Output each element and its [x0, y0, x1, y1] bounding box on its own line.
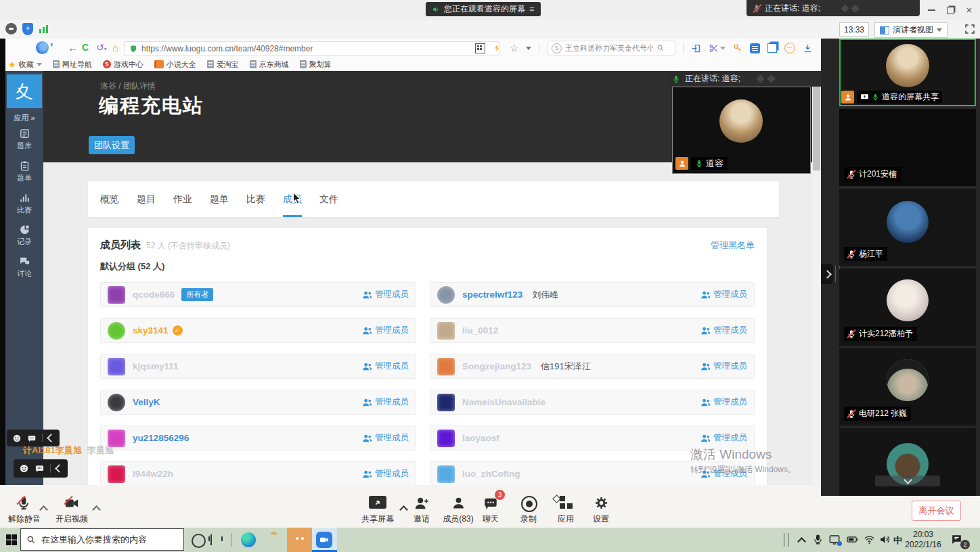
participant-tile[interactable]: 电研212 张巍: [839, 348, 976, 426]
sidebar-apps-label[interactable]: 应用 »: [5, 113, 43, 123]
member-username[interactable]: liu_0012: [462, 325, 498, 336]
member-username[interactable]: laoyaosf: [462, 433, 499, 443]
cortana-icon[interactable]: [192, 534, 206, 548]
scrollbar[interactable]: [812, 71, 821, 485]
qr-code-icon[interactable]: [475, 43, 485, 53]
camera-options-chevron[interactable]: [92, 505, 101, 514]
manage-members-link[interactable]: 管理成员: [362, 432, 409, 444]
watching-banner[interactable]: 您正在观看道容的屏幕 ≡: [426, 2, 541, 16]
team-settings-button[interactable]: 团队设置: [89, 136, 135, 154]
chat-bubble-icon[interactable]: [35, 463, 45, 474]
mic-options-chevron[interactable]: [39, 505, 48, 514]
scissors-icon[interactable]: [709, 43, 726, 53]
member-username[interactable]: VellyK: [133, 397, 160, 407]
member-username[interactable]: NameisUnavailable: [462, 397, 545, 407]
refresh-icon[interactable]: C: [82, 42, 89, 53]
download-icon[interactable]: [803, 43, 813, 53]
bookmark-favorites[interactable]: ★收藏: [8, 60, 42, 70]
member-username[interactable]: yu212856296: [133, 433, 189, 443]
restore-button[interactable]: [941, 0, 960, 20]
tab-problems[interactable]: 题目: [137, 181, 156, 217]
manage-blacklist-link[interactable]: 管理黑名单: [711, 239, 755, 252]
sidebar-collapse-button[interactable]: [821, 264, 833, 284]
taskbar-search-input[interactable]: 在这里输入你要搜索的内容: [20, 528, 184, 551]
start-button[interactable]: [6, 534, 17, 545]
tray-wifi-icon[interactable]: [864, 534, 875, 545]
bookmark-item[interactable]: S游戏中心: [103, 60, 143, 70]
shield-plus-icon[interactable]: +: [22, 23, 33, 35]
tray-battery-icon[interactable]: [846, 534, 859, 545]
chevron-down-icon[interactable]: [526, 47, 531, 50]
sidebar-item-problemlist[interactable]: 题单: [5, 160, 43, 183]
signal-bars-icon[interactable]: [39, 25, 48, 33]
collapse-tiles-button[interactable]: [875, 476, 940, 486]
participant-tile[interactable]: 计实212潘柏予: [839, 269, 976, 346]
minimize-button[interactable]: [922, 0, 941, 20]
search-icon[interactable]: [656, 44, 665, 52]
member-username[interactable]: qcode666: [133, 290, 175, 300]
browser-logo[interactable]: ’: [36, 41, 53, 54]
tray-display-icon[interactable]: [828, 534, 841, 546]
close-button[interactable]: ×: [960, 0, 979, 20]
task-view-icon[interactable]: [210, 534, 212, 545]
member-username[interactable]: luo_zhCofing: [462, 469, 520, 479]
chat-bubble-icon[interactable]: [27, 434, 37, 443]
windows-copy-icon[interactable]: [767, 43, 777, 53]
luogu-logo[interactable]: 夊: [7, 74, 42, 108]
back-icon[interactable]: ←: [68, 42, 78, 53]
manage-members-link[interactable]: 管理成员: [700, 325, 747, 336]
breadcrumb[interactable]: 洛谷 / 团队详情: [100, 80, 156, 92]
scrollbar-thumb[interactable]: [813, 72, 820, 170]
bookmark-item[interactable]: 爱淘宝: [207, 60, 239, 70]
emoji-icon[interactable]: [12, 434, 22, 443]
fullscreen-icon[interactable]: [964, 23, 976, 35]
tray-expand-chevron[interactable]: [797, 537, 806, 546]
sidebar-item-problemset[interactable]: 题库: [5, 128, 43, 151]
member-username[interactable]: Songzejiang123: [462, 361, 531, 371]
tray-volume-icon[interactable]: [879, 534, 891, 545]
participant-tile[interactable]: 道容的屏幕共享: [839, 39, 976, 106]
participant-tile[interactable]: 杨江平: [839, 189, 976, 266]
sidebar-item-contest[interactable]: 比赛: [5, 192, 43, 215]
member-username[interactable]: kjqsmy111: [133, 361, 179, 371]
login-icon[interactable]: [691, 43, 701, 53]
meeting-app-icon[interactable]: [316, 532, 332, 548]
leave-meeting-button[interactable]: 离开会议: [912, 501, 961, 521]
participant-tile[interactable]: 计201安楠: [839, 109, 976, 186]
key-icon[interactable]: [733, 43, 742, 53]
manage-members-link[interactable]: 管理成员: [700, 361, 747, 372]
bookmark-item[interactable]: 小说大全: [154, 60, 196, 70]
tab-overview[interactable]: 概览: [100, 181, 119, 217]
emoji-icon[interactable]: [19, 463, 29, 474]
member-username[interactable]: l944w22h: [133, 469, 173, 479]
collapse-left-icon[interactable]: [47, 434, 55, 442]
member-username[interactable]: sky3141: [133, 325, 169, 336]
speaker-video-thumbnail[interactable]: 道容: [672, 87, 811, 174]
tray-resize-handle[interactable]: [784, 533, 788, 547]
home-icon[interactable]: ⌂: [112, 42, 118, 53]
manage-members-link[interactable]: 管理成员: [362, 468, 409, 480]
manage-members-link[interactable]: 管理成员: [700, 396, 747, 408]
info-icon[interactable]: [5, 23, 17, 34]
tab-problemlist[interactable]: 题单: [210, 181, 229, 217]
manage-members-link[interactable]: 管理成员: [700, 289, 747, 300]
manage-members-link[interactable]: 管理成员: [700, 432, 747, 444]
bookmark-item[interactable]: 京东商城: [250, 60, 289, 70]
manage-members-link[interactable]: 管理成员: [362, 325, 409, 336]
manage-members-link[interactable]: 管理成员: [362, 396, 409, 408]
star-icon[interactable]: ☆: [510, 43, 518, 53]
participant-tile[interactable]: [839, 428, 976, 496]
tab-contest[interactable]: 比赛: [246, 181, 265, 217]
address-bar[interactable]: https://www.luogu.com.cn/team/40928#memb…: [124, 41, 500, 56]
collapse-left-icon[interactable]: [55, 464, 64, 473]
more-dots-icon[interactable]: ⋯: [784, 43, 795, 53]
bookmark-item[interactable]: 网址导航: [53, 60, 92, 70]
history-icon[interactable]: ↺▾: [96, 42, 107, 53]
share-options-chevron[interactable]: [399, 505, 408, 514]
manage-members-link[interactable]: 管理成员: [700, 468, 747, 480]
member-username[interactable]: spectrelwf123: [462, 290, 522, 300]
tray-clock[interactable]: 20:03 2022/1/16: [901, 530, 945, 550]
bolt-icon[interactable]: [493, 43, 502, 53]
translate-icon[interactable]: [750, 43, 760, 53]
edge-browser-icon[interactable]: [241, 532, 256, 547]
